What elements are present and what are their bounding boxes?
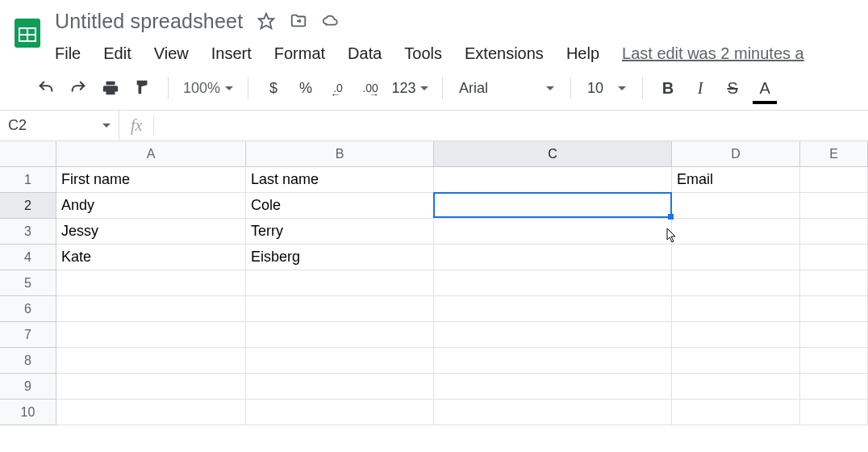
star-icon[interactable] <box>257 12 275 30</box>
move-folder-icon[interactable] <box>290 12 307 30</box>
text-color-button[interactable]: A <box>751 74 778 102</box>
cell-C4[interactable] <box>434 245 672 270</box>
row-header-3[interactable]: 3 <box>0 219 56 245</box>
bold-button[interactable]: B <box>654 74 682 102</box>
row-header-8[interactable]: 8 <box>0 348 56 374</box>
italic-button[interactable]: I <box>686 74 714 102</box>
cell-A5[interactable] <box>56 270 246 296</box>
cell-A7[interactable] <box>56 322 246 348</box>
cell-D9[interactable] <box>672 374 800 400</box>
cell-B6[interactable] <box>246 296 434 322</box>
cell-B4[interactable]: Eisberg <box>246 245 434 270</box>
row-header-9[interactable]: 9 <box>0 374 56 400</box>
toolbar: 100% $ % .0← .00→ 123 Arial 10 B I S A <box>0 68 868 111</box>
menu-format[interactable]: Format <box>263 41 336 66</box>
row-header-6[interactable]: 6 <box>0 296 56 322</box>
cell-D3[interactable] <box>672 219 800 245</box>
menu-help[interactable]: Help <box>555 41 611 66</box>
cell-C5[interactable] <box>434 270 672 296</box>
cell-E4[interactable] <box>800 245 868 270</box>
cell-B3[interactable]: Terry <box>246 219 434 245</box>
cell-D5[interactable] <box>672 270 800 296</box>
menu-insert[interactable]: Insert <box>200 41 263 66</box>
cell-C10[interactable] <box>434 400 672 425</box>
menu-view[interactable]: View <box>143 41 200 66</box>
cell-A6[interactable] <box>56 296 246 322</box>
cell-B8[interactable] <box>246 348 434 374</box>
cell-B1[interactable]: Last name <box>246 167 434 193</box>
cell-A1[interactable]: First name <box>56 167 246 193</box>
cell-C1[interactable] <box>434 167 672 193</box>
cell-D1[interactable]: Email <box>672 167 800 193</box>
cell-D2[interactable] <box>672 193 800 219</box>
row-header-10[interactable]: 10 <box>0 400 56 425</box>
font-size-select[interactable]: 10 <box>582 80 631 97</box>
cell-B5[interactable] <box>246 270 434 296</box>
name-box[interactable]: C2 <box>0 111 119 140</box>
format-currency-button[interactable]: $ <box>260 74 287 102</box>
more-formats-button[interactable]: 123 <box>389 74 431 102</box>
cell-E7[interactable] <box>800 322 868 348</box>
menu-file[interactable]: File <box>55 41 92 66</box>
row-header-2[interactable]: 2 <box>0 193 56 219</box>
col-header-E[interactable]: E <box>800 141 868 166</box>
paint-format-button[interactable] <box>129 74 156 102</box>
cell-A10[interactable] <box>56 400 246 425</box>
select-all-corner[interactable] <box>0 141 56 166</box>
cell-A2[interactable]: Andy <box>56 193 246 219</box>
cell-E5[interactable] <box>800 270 868 296</box>
cell-A8[interactable] <box>56 348 246 374</box>
row-header-7[interactable]: 7 <box>0 322 56 348</box>
cell-B2[interactable]: Cole <box>246 193 434 219</box>
undo-button[interactable] <box>32 74 60 102</box>
decrease-decimal-button[interactable]: .0← <box>324 74 352 102</box>
cell-C6[interactable] <box>434 296 672 322</box>
cell-E10[interactable] <box>800 400 868 425</box>
cloud-status-icon[interactable] <box>322 12 340 30</box>
print-button[interactable] <box>97 74 124 102</box>
menu-tools[interactable]: Tools <box>393 41 453 66</box>
cell-C7[interactable] <box>434 322 672 348</box>
sheets-logo-icon[interactable] <box>6 6 48 60</box>
formula-bar-input[interactable] <box>154 111 868 140</box>
cell-A3[interactable]: Jessy <box>56 219 246 245</box>
cell-C8[interactable] <box>434 348 672 374</box>
cell-E1[interactable] <box>800 167 868 193</box>
strikethrough-button[interactable]: S <box>719 74 746 102</box>
row-header-4[interactable]: 4 <box>0 245 56 270</box>
col-header-C[interactable]: C <box>434 141 672 166</box>
cell-E3[interactable] <box>800 219 868 245</box>
cell-D4[interactable] <box>672 245 800 270</box>
row-header-5[interactable]: 5 <box>0 270 56 296</box>
cell-D10[interactable] <box>672 400 800 425</box>
increase-decimal-button[interactable]: .00→ <box>357 74 384 102</box>
cell-C3[interactable] <box>434 219 672 245</box>
cell-B7[interactable] <box>246 322 434 348</box>
font-select[interactable]: Arial <box>454 80 559 97</box>
cell-E6[interactable] <box>800 296 868 322</box>
cell-C2[interactable] <box>434 193 672 219</box>
cell-A4[interactable]: Kate <box>56 245 246 270</box>
cell-E8[interactable] <box>800 348 868 374</box>
format-percent-button[interactable]: % <box>292 74 319 102</box>
last-edit-link[interactable]: Last edit was 2 minutes a <box>622 44 804 63</box>
cell-D6[interactable] <box>672 296 800 322</box>
cell-D8[interactable] <box>672 348 800 374</box>
cell-E9[interactable] <box>800 374 868 400</box>
cell-D7[interactable] <box>672 322 800 348</box>
cell-B9[interactable] <box>246 374 434 400</box>
menu-extensions[interactable]: Extensions <box>453 41 555 66</box>
menu-edit[interactable]: Edit <box>92 41 142 66</box>
redo-button[interactable] <box>65 74 92 102</box>
col-header-B[interactable]: B <box>246 141 434 166</box>
menu-data[interactable]: Data <box>336 41 393 66</box>
cell-E2[interactable] <box>800 193 868 219</box>
row-header-1[interactable]: 1 <box>0 167 56 193</box>
col-header-A[interactable]: A <box>56 141 246 166</box>
cell-B10[interactable] <box>246 400 434 425</box>
cell-C9[interactable] <box>434 374 672 400</box>
col-header-D[interactable]: D <box>672 141 800 166</box>
doc-title[interactable]: Untitled spreadsheet <box>55 10 243 33</box>
cell-A9[interactable] <box>56 374 246 400</box>
zoom-select[interactable]: 100% <box>180 80 236 97</box>
